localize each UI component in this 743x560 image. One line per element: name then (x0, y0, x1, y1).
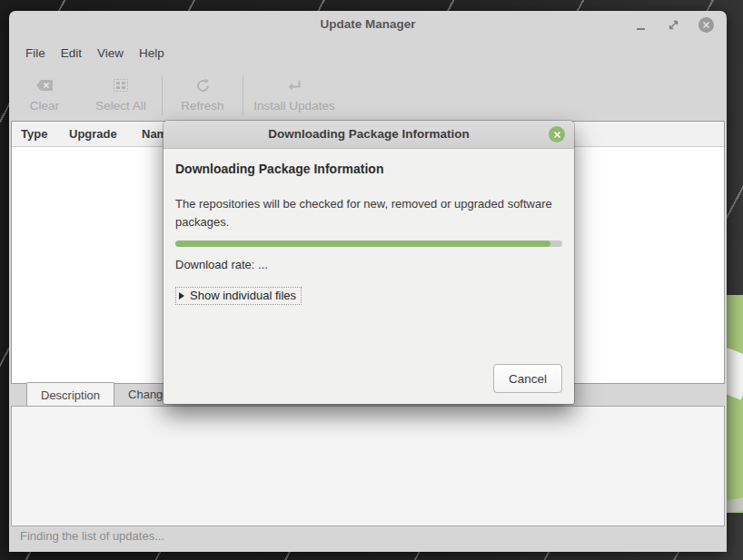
install-updates-icon (287, 75, 302, 95)
menu-edit[interactable]: Edit (61, 44, 92, 63)
menu-help[interactable]: Help (139, 44, 174, 63)
cancel-button[interactable]: Cancel (493, 364, 562, 393)
close-icon (698, 17, 714, 33)
progress-fill (175, 241, 550, 247)
progress-bar (175, 241, 562, 247)
tab-description[interactable]: Description (26, 382, 114, 407)
expander-label: Show individual files (190, 289, 296, 302)
install-updates-label: Install Updates (253, 99, 334, 113)
close-button[interactable] (697, 15, 716, 34)
dialog-heading: Downloading Package Information (175, 162, 562, 176)
column-header-upgrade[interactable]: Upgrade (69, 127, 142, 141)
menu-file[interactable]: File (25, 44, 55, 63)
menu-view[interactable]: View (97, 44, 134, 63)
window-titlebar: Update Manager (9, 11, 727, 38)
select-all-label: Select All (95, 99, 146, 113)
description-panel (11, 406, 725, 526)
status-text: Finding the list of updates... (20, 529, 164, 543)
minimize-button[interactable] (631, 15, 650, 34)
dialog-title: Downloading Package Information (163, 127, 574, 141)
refresh-icon (195, 75, 211, 95)
dialog-close-button[interactable] (549, 126, 565, 142)
expander-triangle-icon (179, 292, 184, 300)
dialog-message: The repositories will be checked for new… (175, 195, 561, 231)
column-header-type[interactable]: Type (12, 127, 69, 141)
mint-logo-fragment (725, 295, 743, 513)
dialog-titlebar: Downloading Package Information (163, 121, 574, 149)
window-title: Update Manager (9, 17, 727, 31)
download-rate-text: Download rate: ... (175, 258, 562, 271)
select-all-icon (114, 75, 128, 95)
toolbar: Clear Select All Refre (9, 68, 727, 124)
maximize-icon (669, 20, 679, 30)
select-all-button[interactable]: Select All (80, 68, 162, 113)
menubar: File Edit View Help (9, 38, 727, 68)
dialog-close-icon (553, 131, 561, 139)
refresh-label: Refresh (181, 99, 223, 113)
maximize-button[interactable] (664, 15, 683, 34)
minimize-icon (637, 28, 645, 30)
dialog-body: Downloading Package Information The repo… (163, 149, 574, 404)
show-files-expander[interactable]: Show individual files (175, 287, 302, 305)
install-updates-button[interactable]: Install Updates (243, 68, 345, 113)
clear-icon (35, 75, 54, 95)
clear-label: Clear (30, 99, 59, 113)
download-dialog: Downloading Package Information Download… (163, 121, 574, 404)
window-controls (631, 15, 716, 34)
refresh-button[interactable]: Refresh (163, 68, 243, 113)
clear-button[interactable]: Clear (9, 68, 80, 113)
